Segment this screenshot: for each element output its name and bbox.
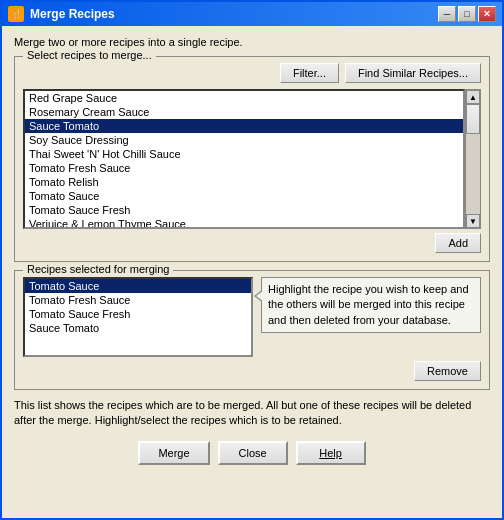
recipe-list-item[interactable]: Thai Sweet 'N' Hot Chilli Sauce — [25, 147, 463, 161]
merge-recipes-window: 🍴 Merge Recipes ─ □ ✕ Merge two or more … — [0, 0, 504, 520]
window-body: Merge two or more recipes into a single … — [2, 26, 502, 518]
app-icon: 🍴 — [8, 6, 24, 22]
recipe-list-item[interactable]: Red Grape Sauce — [25, 91, 463, 105]
merge-hint-box: Highlight the recipe you wish to keep an… — [261, 277, 481, 333]
merge-list-item[interactable]: Tomato Sauce Fresh — [25, 307, 251, 321]
remove-button[interactable]: Remove — [414, 361, 481, 381]
help-button[interactable]: Help — [296, 441, 366, 465]
recipe-list-item[interactable]: Tomato Sauce — [25, 189, 463, 203]
merge-section: Tomato SauceTomato Fresh SauceTomato Sau… — [23, 277, 481, 357]
select-recipes-group: Select recipes to merge... Filter... Fin… — [14, 56, 490, 262]
select-group-label: Select recipes to merge... — [23, 49, 156, 61]
recipe-list-item[interactable]: Verjuice & Lemon Thyme Sauce — [25, 217, 463, 229]
recipe-list-item[interactable]: Tomato Relish — [25, 175, 463, 189]
recipe-list-item[interactable]: Tomato Sauce Fresh — [25, 203, 463, 217]
close-dialog-button[interactable]: Close — [218, 441, 288, 465]
listbox-container: Red Grape SauceRosemary Cream SauceSauce… — [23, 89, 481, 229]
minimize-button[interactable]: ─ — [438, 6, 456, 22]
recipe-list-item[interactable]: Soy Sauce Dressing — [25, 133, 463, 147]
listbox-scrollbar[interactable]: ▲ ▼ — [465, 89, 481, 229]
window-title: Merge Recipes — [30, 7, 115, 21]
bottom-buttons-row: Merge Close Help — [14, 441, 490, 465]
merge-group-label: Recipes selected for merging — [23, 263, 173, 275]
merge-list-item[interactable]: Tomato Fresh Sauce — [25, 293, 251, 307]
maximize-button[interactable]: □ — [458, 6, 476, 22]
recipes-listbox[interactable]: Red Grape SauceRosemary Cream SauceSauce… — [23, 89, 465, 229]
recipe-list-item[interactable]: Rosemary Cream Sauce — [25, 105, 463, 119]
filter-row: Filter... Find Similar Recipes... — [23, 63, 481, 83]
merge-listbox[interactable]: Tomato SauceTomato Fresh SauceTomato Sau… — [23, 277, 253, 357]
close-button[interactable]: ✕ — [478, 6, 496, 22]
scroll-up-arrow[interactable]: ▲ — [466, 90, 480, 104]
info-text: This list shows the recipes which are to… — [14, 398, 490, 429]
title-bar-title: 🍴 Merge Recipes — [8, 6, 115, 22]
remove-row: Remove — [23, 361, 481, 381]
scroll-track — [466, 104, 480, 214]
scroll-down-arrow[interactable]: ▼ — [466, 214, 480, 228]
recipe-list-item[interactable]: Sauce Tomato — [25, 119, 463, 133]
add-row: Add — [23, 233, 481, 253]
merge-list-item[interactable]: Sauce Tomato — [25, 321, 251, 335]
subtitle-text: Merge two or more recipes into a single … — [14, 36, 490, 48]
title-bar: 🍴 Merge Recipes ─ □ ✕ — [2, 2, 502, 26]
merge-list-item[interactable]: Tomato Sauce — [25, 279, 251, 293]
find-similar-button[interactable]: Find Similar Recipes... — [345, 63, 481, 83]
filter-button[interactable]: Filter... — [280, 63, 339, 83]
add-button[interactable]: Add — [435, 233, 481, 253]
scroll-thumb[interactable] — [466, 104, 480, 134]
title-controls: ─ □ ✕ — [438, 6, 496, 22]
recipe-list-item[interactable]: Tomato Fresh Sauce — [25, 161, 463, 175]
merge-button[interactable]: Merge — [138, 441, 209, 465]
merge-recipes-group: Recipes selected for merging Tomato Sauc… — [14, 270, 490, 390]
hint-text: Highlight the recipe you wish to keep an… — [268, 283, 469, 326]
